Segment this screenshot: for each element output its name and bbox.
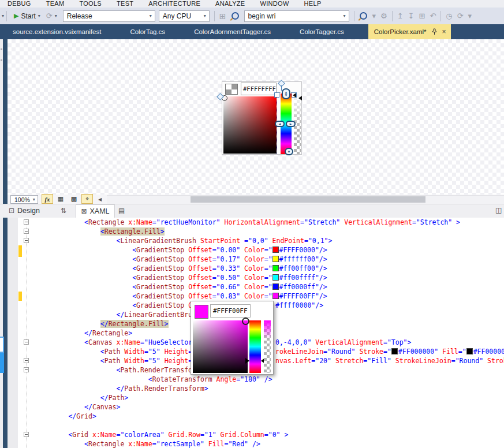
adorner-handle-bottom[interactable]: ▼	[285, 148, 293, 155]
close-icon[interactable]: ×	[442, 28, 446, 36]
code-line[interactable]: <Rectangle x:Name="rectHueMonitor" Horiz…	[8, 218, 504, 227]
toolbar-handle-icon[interactable]: ▾	[2, 13, 4, 18]
code-line[interactable]: <LinearGradientBrush StartPoint ="0,0" E…	[8, 236, 504, 245]
menu-item-analyze[interactable]: ANALYZE	[208, 0, 252, 8]
menu-item-team[interactable]: TEAM	[39, 0, 72, 8]
show-grid-button[interactable]: ▦	[55, 194, 66, 204]
design-pane-tab[interactable]: Design	[17, 207, 40, 215]
code-line[interactable]: </Path>	[8, 393, 504, 402]
code-line[interactable]: <Rectangle.Fill>	[8, 227, 504, 236]
menu-item-debug[interactable]: DEBUG	[0, 0, 39, 8]
code-line[interactable]: </Grid>	[8, 412, 504, 421]
colorpicker-popup[interactable]: #FFFF00FF	[191, 301, 274, 375]
tab-colortagger-cs[interactable]: ColorTagger.cs	[295, 24, 349, 39]
code-line[interactable]: <RotateTransform Angle="180" />	[8, 375, 504, 384]
start-debug-icon[interactable]: ▶	[14, 12, 18, 20]
tab-colorpicker-xaml-[interactable]: ColorPicker.xaml*×	[368, 24, 451, 39]
hue-slider-thumb[interactable]: ▲▼	[282, 88, 290, 99]
tab-coloradornmenttagger-cs[interactable]: ColorAdornmentTagger.cs	[189, 24, 275, 39]
code-line[interactable]: <GradientStop Offset="0.17" Color="#ffff…	[8, 255, 504, 264]
tab-colortag-cs[interactable]: ColorTag.cs	[125, 24, 170, 39]
overflow-icon[interactable]: ▾	[468, 12, 472, 20]
menu-item-tools[interactable]: TOOLS	[72, 0, 109, 8]
search-input[interactable]: begin wri ▾	[244, 10, 349, 22]
web-search-icon[interactable]	[360, 12, 367, 20]
color-swatch[interactable]	[272, 283, 279, 290]
code-line[interactable]: <GradientStop Offset="0.33" Color="#ff00…	[8, 264, 504, 273]
outline-collapse-box[interactable]	[24, 238, 29, 243]
upload-icon[interactable]: ↥	[397, 12, 404, 20]
adorner-handle-left[interactable]: ◄	[275, 121, 285, 127]
find-icon[interactable]	[232, 12, 239, 20]
hue-marker-left-icon[interactable]	[245, 358, 249, 364]
color-swatch[interactable]	[272, 265, 279, 271]
adorner-square-left[interactable]	[274, 92, 279, 98]
menu-item-architecture[interactable]: ARCHITECTURE	[141, 0, 208, 8]
snap-grid-button[interactable]: ▩	[68, 194, 80, 204]
effects-button[interactable]: fx	[42, 194, 53, 204]
color-swatch[interactable]	[272, 256, 279, 262]
start-dropdown-icon[interactable]: ▾	[38, 13, 40, 18]
color-swatch[interactable]	[391, 348, 398, 354]
menu-item-test[interactable]: TEST	[109, 0, 141, 8]
refresh-icon[interactable]: ⟳	[457, 12, 464, 20]
outline-collapse-box[interactable]	[24, 229, 29, 234]
outline-collapse-box[interactable]	[24, 432, 29, 437]
outline-collapse-box[interactable]	[24, 367, 29, 372]
swap-panes-icon[interactable]: ⇅	[61, 207, 66, 215]
download-schedule-icon[interactable]: ↧	[408, 12, 415, 20]
color-swatch[interactable]	[272, 274, 279, 281]
color-swatch[interactable]	[466, 348, 473, 354]
popup-hue-bar[interactable]	[249, 320, 261, 373]
pin-icon[interactable]	[432, 28, 437, 35]
package-schedule-icon[interactable]: ⊞	[419, 12, 425, 20]
color-swatch[interactable]	[272, 293, 279, 299]
menu-item-help[interactable]: HELP	[297, 0, 329, 8]
adorner-handle-right[interactable]: ►	[286, 121, 296, 127]
attach-process-icon[interactable]: ⊞	[219, 12, 226, 21]
widget-saturation-square[interactable]	[223, 96, 277, 154]
code-line[interactable]: </Canvas>	[8, 402, 504, 412]
widget-color-swatch[interactable]	[225, 84, 238, 95]
code-line[interactable]: <GradientStop Offset="0.00" Color="#FFFF…	[8, 245, 504, 255]
history-clock-icon[interactable]: ◷	[446, 12, 452, 20]
code-line[interactable]: <GradientStop Offset="0.83" Color="#FFFF…	[8, 292, 504, 301]
undo-icon[interactable]: ↶	[430, 12, 436, 20]
code-line[interactable]: <Grid x:Name="colorArea" Grid.Row="1" Gr…	[8, 430, 504, 439]
gutter-indicator-solid[interactable]	[0, 353, 4, 373]
widget-hex-input[interactable]: #FFFFFFFF	[241, 83, 277, 95]
color-swatch[interactable]	[272, 247, 279, 253]
alpha-marker-icon[interactable]	[293, 93, 296, 98]
document-outline-icon[interactable]: ▤	[118, 207, 125, 215]
popup-alpha-bar[interactable]	[264, 320, 271, 373]
configuration-combo[interactable]: Release ▾	[63, 10, 155, 22]
start-button[interactable]: Start	[21, 12, 35, 20]
settings-gear-icon[interactable]: ⚙	[380, 12, 387, 20]
menu-item-window[interactable]: WINDOW	[253, 0, 297, 8]
toolbar-options-icon[interactable]: ▾	[372, 12, 376, 20]
popup-color-cursor[interactable]	[242, 318, 249, 325]
code-line[interactable]	[8, 421, 504, 430]
snap-guides-button[interactable]: ⌖	[81, 194, 93, 204]
restart-icon[interactable]: ⟳	[46, 12, 53, 20]
restart-dropdown-icon[interactable]: ▾	[55, 13, 57, 18]
code-line[interactable]: <GradientStop Offset="0.50" Color="#ff00…	[8, 273, 504, 282]
split-view-icon[interactable]: ◫	[495, 206, 502, 214]
platform-combo[interactable]: Any CPU ▾	[159, 10, 210, 22]
outline-collapse-box[interactable]	[24, 358, 29, 363]
outline-collapse-box[interactable]	[24, 219, 29, 225]
tab-source-extension-vsixmanifest[interactable]: source.extension.vsixmanifest	[8, 24, 106, 39]
scroll-left-icon[interactable]: ◀	[98, 197, 102, 202]
chevron-down-icon: ▾	[30, 197, 38, 202]
zoom-combo[interactable]: 100%▾	[10, 195, 38, 204]
popup-hex-input[interactable]: #FFFF00FF	[210, 304, 251, 318]
scrollbar-thumb[interactable]	[191, 196, 425, 203]
alpha-marker-icon[interactable]	[298, 96, 302, 100]
code-line[interactable]: </Path.RenderTransform>	[8, 384, 504, 393]
outline-collapse-box[interactable]	[24, 339, 29, 345]
xaml-pane-tab[interactable]: ⊠ XAML	[76, 204, 115, 218]
popup-color-swatch[interactable]	[195, 305, 208, 319]
code-line[interactable]: <GradientStop Offset="0.66" Color="#ff00…	[8, 282, 504, 292]
code-line[interactable]: <Rectangle x:Name="rectSample" Fill="Red…	[8, 439, 504, 448]
popup-saturation-square[interactable]	[193, 320, 248, 373]
